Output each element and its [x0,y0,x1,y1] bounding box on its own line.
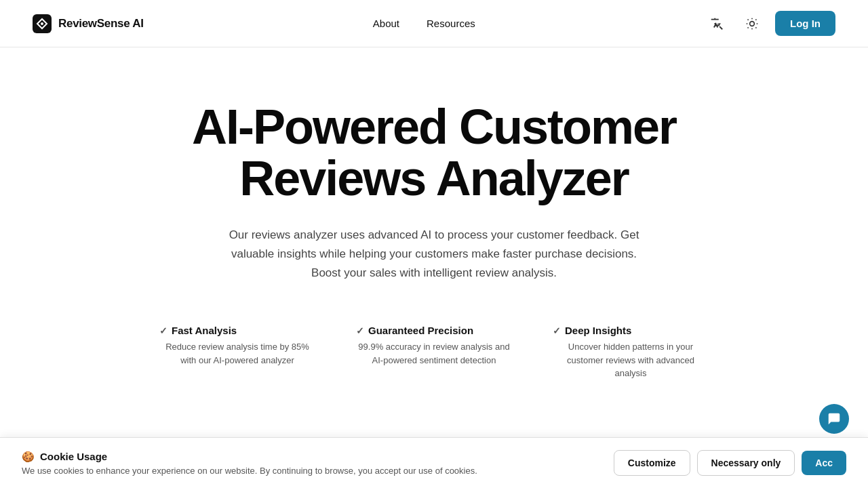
cookie-emoji: 🍪 [22,451,35,463]
svg-text:A: A [717,22,720,26]
hero-subtitle: Our reviews analyzer uses advanced AI to… [217,226,651,283]
translate-icon: A [709,16,724,31]
svg-point-1 [41,22,43,25]
feature-desc-insights: Uncover hidden patterns in your customer… [553,340,709,380]
brand-name: ReviewSense AI [58,17,144,30]
feature-desc-precision: 99.9% accuracy in review analysis and AI… [356,340,512,367]
theme-toggle-button[interactable] [740,12,764,36]
necessary-only-button[interactable]: Necessary only [697,450,795,476]
logo-area: ReviewSense AI [33,14,144,33]
logo-icon [33,14,52,33]
nav-resources[interactable]: Resources [427,18,475,29]
translate-icon-button[interactable]: A [705,12,729,36]
feature-deep-insights: ✓ Deep Insights Uncover hidden patterns … [553,325,709,380]
cookie-banner: 🍪 Cookie Usage We use cookies to enhance… [0,437,868,488]
feature-title-fast: ✓ Fast Analysis [159,325,315,336]
customize-button[interactable]: Customize [614,450,690,476]
cookie-title: 🍪 Cookie Usage [22,451,477,463]
check-icon-fast: ✓ [159,325,167,336]
hero-title: AI-Powered Customer Reviews Analyzer [129,102,739,204]
nav-about[interactable]: About [373,18,399,29]
cookie-actions: Customize Necessary only Acc [614,450,846,476]
chat-icon [827,411,842,426]
feature-guaranteed-precision: ✓ Guaranteed Precision 99.9% accuracy in… [356,325,512,380]
check-icon-insights: ✓ [553,325,561,336]
check-icon-precision: ✓ [356,325,364,336]
hero-section: AI-Powered Customer Reviews Analyzer Our… [0,47,868,421]
sun-icon [745,17,759,30]
cookie-text-area: 🍪 Cookie Usage We use cookies to enhance… [22,451,477,476]
feature-title-insights: ✓ Deep Insights [553,325,709,336]
chat-bubble-button[interactable] [819,404,849,434]
feature-desc-fast: Reduce review analysis time by 85% with … [159,340,315,367]
nav-links: About Resources [373,18,475,29]
svg-point-3 [750,21,755,26]
cookie-description: We use cookies to enhance your experienc… [22,466,477,476]
accept-button[interactable]: Acc [802,451,846,475]
feature-fast-analysis: ✓ Fast Analysis Reduce review analysis t… [159,325,315,380]
features-list: ✓ Fast Analysis Reduce review analysis t… [119,318,749,387]
nav-actions: A Log In [705,11,835,36]
navbar: ReviewSense AI About Resources A Log In [0,0,868,47]
feature-title-precision: ✓ Guaranteed Precision [356,325,512,336]
login-button[interactable]: Log In [775,11,835,36]
